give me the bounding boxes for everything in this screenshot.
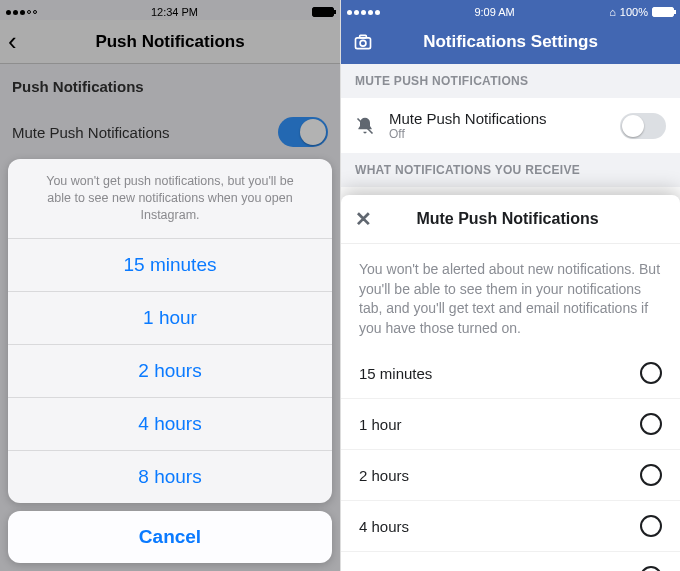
- option-1-hour[interactable]: 1 hour: [8, 292, 332, 345]
- mute-actionsheet: You won't get push notifications, but yo…: [8, 159, 332, 563]
- option-15-minutes[interactable]: 15 minutes: [341, 348, 680, 399]
- bluetooth-icon: ⌂: [609, 6, 616, 18]
- facebook-screen: 9:09 AM ⌂ 100% Notifications Settings MU…: [340, 0, 680, 571]
- signal-dots-icon: [347, 10, 380, 15]
- mute-sub: Off: [389, 127, 547, 141]
- battery-text: 100%: [620, 6, 648, 18]
- mute-label: Mute Push Notifications: [389, 110, 547, 127]
- option-2-hours[interactable]: 2 hours: [8, 345, 332, 398]
- sheet-title: Mute Push Notifications: [352, 210, 663, 228]
- instagram-screen: 12:34 PM ‹ Push Notifications Push Notif…: [0, 0, 340, 571]
- page-title: Notifications Settings: [341, 32, 680, 52]
- navbar: Notifications Settings: [341, 20, 680, 64]
- cancel-button[interactable]: Cancel: [8, 511, 332, 563]
- option-4-hours[interactable]: 4 hours: [341, 501, 680, 552]
- mute-bottomsheet: ✕ Mute Push Notifications You won't be a…: [341, 195, 680, 571]
- svg-point-1: [360, 40, 366, 46]
- radio-icon: [640, 362, 662, 384]
- actionsheet-message: You won't get push notifications, but yo…: [8, 159, 332, 239]
- sheet-description: You won't be alerted about new notificat…: [341, 244, 680, 348]
- section-mute-header: MUTE PUSH NOTIFICATIONS: [341, 64, 680, 98]
- option-4-hours[interactable]: 4 hours: [8, 398, 332, 451]
- section-receive-header: WHAT NOTIFICATIONS YOU RECEIVE: [341, 153, 680, 187]
- option-15-minutes[interactable]: 15 minutes: [8, 239, 332, 292]
- radio-icon: [640, 566, 662, 571]
- status-bar: 9:09 AM ⌂ 100%: [341, 0, 680, 20]
- option-1-hour[interactable]: 1 hour: [341, 399, 680, 450]
- radio-icon: [640, 515, 662, 537]
- camera-icon[interactable]: [353, 32, 373, 52]
- svg-rect-2: [360, 35, 367, 38]
- option-8-hours[interactable]: 8 hours: [8, 451, 332, 503]
- option-8-hours[interactable]: 8 hours: [341, 552, 680, 571]
- svg-rect-0: [356, 38, 371, 49]
- status-time: 9:09 AM: [474, 6, 514, 18]
- radio-icon: [640, 413, 662, 435]
- mute-switch[interactable]: [620, 113, 666, 139]
- radio-icon: [640, 464, 662, 486]
- option-2-hours[interactable]: 2 hours: [341, 450, 680, 501]
- bell-mute-icon: [355, 116, 375, 136]
- battery-icon: [652, 7, 674, 17]
- mute-row[interactable]: Mute Push Notifications Off: [341, 98, 680, 153]
